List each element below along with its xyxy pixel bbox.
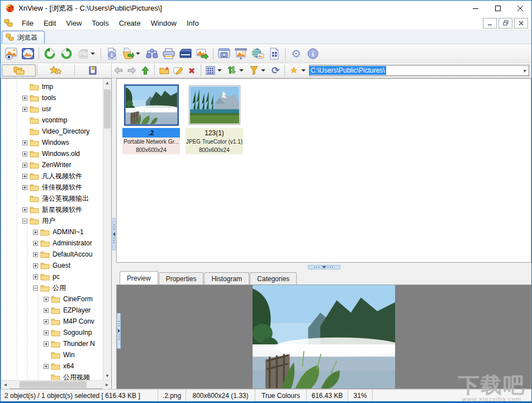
view-mode-button[interactable] [203,64,217,77]
expand-plus-icon[interactable] [22,96,27,101]
preview-pane-handle[interactable] [117,313,121,349]
tab-browser[interactable]: 浏览器 [2,31,45,44]
preview-splitter[interactable] [116,263,531,272]
file-thumbnail-1[interactable]: .2 Portable Network Gr... 800x600x24 [122,83,180,154]
tree-item-公用[interactable]: 公用 [1,282,103,293]
expand-plus-icon[interactable] [44,319,49,324]
convert-button[interactable] [194,46,211,61]
expand-plus-icon[interactable] [44,297,49,302]
tree-item-Windows.old[interactable]: Windows.old [1,148,103,159]
web-publish-button[interactable] [249,46,266,61]
rotate-left-button[interactable] [41,46,58,61]
expand-plus-icon[interactable] [44,342,49,347]
expand-plus-icon[interactable] [22,174,27,179]
tree-item-M4P Conv[interactable]: M4P Conv [1,316,103,327]
tree-item-vcontmp[interactable]: vcontmp [1,115,103,126]
sort-button[interactable] [225,64,239,77]
tree-item-pc[interactable]: pc [1,271,103,282]
menu-window[interactable]: Window [146,17,182,29]
expand-plus-icon[interactable] [33,252,38,257]
expand-plus-icon[interactable] [33,263,38,268]
expand-plus-icon[interactable] [22,140,27,145]
menu-file[interactable]: File [17,17,39,29]
tree-hscroll-thumb[interactable] [20,381,87,388]
open-folder-caret[interactable] [136,53,140,55]
expand-plus-icon[interactable] [22,107,27,112]
mdi-close-button[interactable] [514,18,528,29]
mdi-minimize-button[interactable] [483,18,497,29]
tree-item-SogouInp[interactable]: SogouInp [1,327,103,338]
categories-pane-button[interactable] [76,64,110,77]
contact-sheet-button[interactable] [266,46,283,61]
tree-splitter-handle[interactable] [112,218,116,250]
tree-item-ADMINI~1[interactable]: ADMINI~1 [1,226,103,238]
view-mode-caret[interactable] [217,69,222,72]
file-name-label[interactable]: .2 [122,128,180,138]
search-button[interactable] [144,46,160,61]
tree-item-佳佳视频软件[interactable]: 佳佳视频软件 [1,182,103,193]
scan-button[interactable] [177,46,194,61]
filter-caret[interactable] [261,69,265,72]
expand-plus-icon[interactable] [44,308,49,313]
preview-splitter-handle[interactable] [308,265,340,269]
favorites-star-caret[interactable] [301,69,306,72]
tree-item-CineForm[interactable]: CineForm [1,293,103,305]
file-thumbnail-2[interactable]: 123(1) JPEG TrueColor (v1.1) 800x600x24 [186,83,243,154]
tree-item-ZenWriter[interactable]: ZenWriter [1,159,103,170]
menu-info[interactable]: Info [182,17,204,29]
rotate-custom-caret[interactable] [91,53,95,55]
rotate-right-button[interactable] [58,46,75,61]
tree-item-新星视频软件[interactable]: 新星视频软件 [1,204,103,215]
scroll-up-icon[interactable]: ▲ [103,79,111,87]
tab-properties[interactable]: Properties [159,272,204,285]
sort-caret[interactable] [239,69,244,72]
tree-splitter[interactable] [112,78,116,389]
capture-button[interactable] [216,46,232,61]
tree-item-Windows[interactable]: Windows [1,137,103,148]
address-dropdown-icon[interactable]: ▾ [521,68,529,74]
tree-item-凡人视频软件[interactable]: 凡人视频软件 [1,170,103,182]
tab-preview[interactable]: Preview [120,271,158,285]
mdi-restore-button[interactable] [498,18,512,29]
thumbnail-image-selected[interactable] [124,84,179,126]
expand-plus-icon[interactable] [22,163,27,168]
tree-item-DefaultAccou[interactable]: DefaultAccou [1,249,103,260]
favorites-pane-button[interactable] [39,64,73,77]
print-button[interactable] [160,46,177,61]
expand-plus-icon[interactable] [22,185,27,190]
minimize-button[interactable] [464,1,487,16]
settings-button[interactable]: ⚙ [288,46,305,61]
tree-horizontal-scrollbar[interactable]: ◄ ► [1,380,111,388]
file-info-button[interactable]: i [103,46,120,61]
collapse-minus-icon[interactable] [22,219,27,224]
slideshow-button[interactable] [232,46,249,61]
tree-item-tmp[interactable]: tmp [1,81,103,92]
expand-plus-icon[interactable] [22,151,27,157]
up-button[interactable] [139,64,152,77]
expand-plus-icon[interactable] [33,241,38,246]
expand-plus-icon[interactable] [44,364,49,369]
open-folder-button[interactable] [120,46,144,61]
menu-create[interactable]: Create [114,17,146,29]
rotate-custom-button[interactable] [75,46,98,61]
refresh-button[interactable]: ⟳ [269,64,282,77]
expand-plus-icon[interactable] [33,230,38,235]
info-button[interactable]: i [305,46,321,61]
thumbnail-image[interactable] [189,86,240,125]
tree-vscroll-thumb[interactable] [104,89,111,129]
forward-button[interactable] [125,64,139,77]
tree-item-用户[interactable]: 用户 [1,215,103,226]
delete-button[interactable]: ✖ [185,64,198,77]
tree-item-usr[interactable]: usr [1,103,103,115]
new-folder-button[interactable] [157,64,172,77]
fullscreen-button[interactable] [20,46,36,61]
tree-vertical-scrollbar[interactable]: ▲ ▼ [103,79,111,380]
favorites-star-button[interactable]: ★ [287,64,301,77]
tree-item-Thunder N[interactable]: Thunder N [1,338,103,349]
tree-item-Video_Directory[interactable]: Video_Directory [1,126,103,137]
tree-item-Administrator[interactable]: Administrator [1,238,103,249]
tab-categories[interactable]: Categories [250,272,297,285]
tab-histogram[interactable]: Histogram [204,272,249,285]
file-name-label[interactable]: 123(1) [186,128,243,138]
address-combobox[interactable]: C:\Users\Public\Pictures\ ▾ [309,65,529,76]
